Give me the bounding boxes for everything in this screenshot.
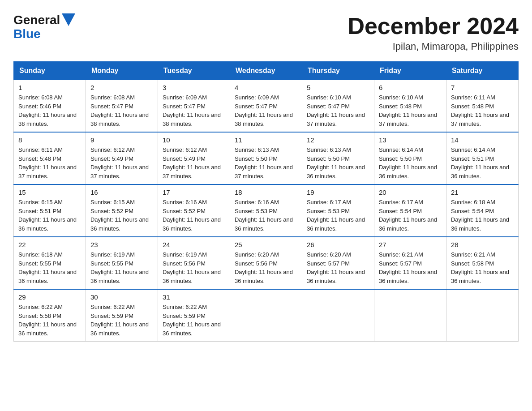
- day-info: Sunrise: 6:14 AM Sunset: 5:50 PM Dayligh…: [379, 146, 442, 180]
- calendar-cell: 31 Sunrise: 6:22 AM Sunset: 5:59 PM Dayl…: [158, 289, 230, 342]
- logo-triangle-icon: [62, 13, 75, 27]
- calendar-cell: 27 Sunrise: 6:21 AM Sunset: 5:57 PM Dayl…: [374, 237, 446, 289]
- calendar-cell: 19 Sunrise: 6:17 AM Sunset: 5:53 PM Dayl…: [302, 184, 374, 237]
- day-number: 6: [379, 84, 442, 91]
- day-info: Sunrise: 6:19 AM Sunset: 5:55 PM Dayligh…: [90, 250, 153, 285]
- day-number: 4: [235, 84, 297, 91]
- calendar-cell: [230, 289, 302, 342]
- calendar-cell: 10 Sunrise: 6:12 AM Sunset: 5:49 PM Dayl…: [158, 132, 230, 184]
- day-info: Sunrise: 6:10 AM Sunset: 5:47 PM Dayligh…: [307, 93, 369, 128]
- day-info: Sunrise: 6:21 AM Sunset: 5:58 PM Dayligh…: [451, 250, 514, 285]
- day-number: 11: [235, 136, 297, 144]
- day-number: 13: [379, 136, 442, 144]
- calendar-week-row: 8 Sunrise: 6:11 AM Sunset: 5:48 PM Dayli…: [14, 132, 519, 184]
- calendar-header-thursday: Thursday: [302, 62, 374, 80]
- page-header: General Blue December 2024 Ipilan, Mimar…: [13, 13, 519, 52]
- day-info: Sunrise: 6:08 AM Sunset: 5:46 PM Dayligh…: [18, 93, 81, 128]
- day-info: Sunrise: 6:09 AM Sunset: 5:47 PM Dayligh…: [235, 93, 297, 128]
- day-number: 9: [90, 136, 153, 144]
- calendar-cell: 20 Sunrise: 6:17 AM Sunset: 5:54 PM Dayl…: [374, 184, 446, 237]
- calendar-cell: 12 Sunrise: 6:13 AM Sunset: 5:50 PM Dayl…: [302, 132, 374, 184]
- calendar-cell: 15 Sunrise: 6:15 AM Sunset: 5:51 PM Dayl…: [14, 184, 86, 237]
- day-number: 23: [90, 241, 153, 248]
- day-info: Sunrise: 6:11 AM Sunset: 5:48 PM Dayligh…: [451, 93, 514, 128]
- calendar-week-row: 1 Sunrise: 6:08 AM Sunset: 5:46 PM Dayli…: [14, 80, 519, 132]
- day-info: Sunrise: 6:13 AM Sunset: 5:50 PM Dayligh…: [235, 146, 297, 180]
- calendar-cell: 2 Sunrise: 6:08 AM Sunset: 5:47 PM Dayli…: [86, 80, 158, 132]
- calendar-header-tuesday: Tuesday: [158, 62, 230, 80]
- day-number: 3: [163, 84, 225, 91]
- calendar-header-monday: Monday: [86, 62, 158, 80]
- day-number: 27: [379, 241, 442, 248]
- logo-general-text: General: [13, 14, 60, 26]
- calendar-cell: 8 Sunrise: 6:11 AM Sunset: 5:48 PM Dayli…: [14, 132, 86, 184]
- day-info: Sunrise: 6:15 AM Sunset: 5:52 PM Dayligh…: [90, 198, 153, 233]
- day-info: Sunrise: 6:09 AM Sunset: 5:47 PM Dayligh…: [163, 93, 225, 128]
- calendar-header-row: SundayMondayTuesdayWednesdayThursdayFrid…: [14, 62, 519, 80]
- day-number: 20: [379, 188, 442, 196]
- day-info: Sunrise: 6:19 AM Sunset: 5:56 PM Dayligh…: [163, 250, 225, 285]
- calendar-cell: 3 Sunrise: 6:09 AM Sunset: 5:47 PM Dayli…: [158, 80, 230, 132]
- day-number: 17: [163, 188, 225, 196]
- calendar-week-row: 22 Sunrise: 6:18 AM Sunset: 5:55 PM Dayl…: [14, 237, 519, 289]
- day-info: Sunrise: 6:11 AM Sunset: 5:48 PM Dayligh…: [18, 146, 81, 180]
- day-number: 5: [307, 84, 369, 91]
- calendar-cell: 6 Sunrise: 6:10 AM Sunset: 5:48 PM Dayli…: [374, 80, 446, 132]
- day-number: 30: [90, 293, 153, 301]
- calendar-cell: 9 Sunrise: 6:12 AM Sunset: 5:49 PM Dayli…: [86, 132, 158, 184]
- day-number: 14: [451, 136, 514, 144]
- calendar-table: SundayMondayTuesdayWednesdayThursdayFrid…: [13, 61, 519, 342]
- logo: General Blue: [13, 13, 75, 41]
- calendar-cell: 14 Sunrise: 6:14 AM Sunset: 5:51 PM Dayl…: [446, 132, 518, 184]
- day-number: 1: [18, 84, 81, 91]
- calendar-cell: 26 Sunrise: 6:20 AM Sunset: 5:57 PM Dayl…: [302, 237, 374, 289]
- day-number: 21: [451, 188, 514, 196]
- calendar-cell: 23 Sunrise: 6:19 AM Sunset: 5:55 PM Dayl…: [86, 237, 158, 289]
- calendar-cell: 16 Sunrise: 6:15 AM Sunset: 5:52 PM Dayl…: [86, 184, 158, 237]
- day-info: Sunrise: 6:12 AM Sunset: 5:49 PM Dayligh…: [90, 146, 153, 180]
- calendar-cell: 7 Sunrise: 6:11 AM Sunset: 5:48 PM Dayli…: [446, 80, 518, 132]
- calendar-cell: 11 Sunrise: 6:13 AM Sunset: 5:50 PM Dayl…: [230, 132, 302, 184]
- day-number: 8: [18, 136, 81, 144]
- day-info: Sunrise: 6:08 AM Sunset: 5:47 PM Dayligh…: [90, 93, 153, 128]
- day-info: Sunrise: 6:22 AM Sunset: 5:58 PM Dayligh…: [18, 303, 81, 338]
- day-number: 15: [18, 188, 81, 196]
- day-info: Sunrise: 6:18 AM Sunset: 5:55 PM Dayligh…: [18, 250, 81, 285]
- day-number: 18: [235, 188, 297, 196]
- calendar-cell: [302, 289, 374, 342]
- day-info: Sunrise: 6:13 AM Sunset: 5:50 PM Dayligh…: [307, 146, 369, 180]
- location: Ipilan, Mimaropa, Philippines: [348, 41, 519, 52]
- day-number: 28: [451, 241, 514, 248]
- calendar-cell: 1 Sunrise: 6:08 AM Sunset: 5:46 PM Dayli…: [14, 80, 86, 132]
- day-info: Sunrise: 6:10 AM Sunset: 5:48 PM Dayligh…: [379, 93, 442, 128]
- calendar-cell: 30 Sunrise: 6:22 AM Sunset: 5:59 PM Dayl…: [86, 289, 158, 342]
- day-info: Sunrise: 6:22 AM Sunset: 5:59 PM Dayligh…: [163, 303, 225, 338]
- day-info: Sunrise: 6:17 AM Sunset: 5:54 PM Dayligh…: [379, 198, 442, 233]
- day-info: Sunrise: 6:18 AM Sunset: 5:54 PM Dayligh…: [451, 198, 514, 233]
- calendar-cell: [374, 289, 446, 342]
- calendar-cell: 29 Sunrise: 6:22 AM Sunset: 5:58 PM Dayl…: [14, 289, 86, 342]
- month-title: December 2024: [348, 13, 519, 39]
- day-info: Sunrise: 6:14 AM Sunset: 5:51 PM Dayligh…: [451, 146, 514, 180]
- day-info: Sunrise: 6:21 AM Sunset: 5:57 PM Dayligh…: [379, 250, 442, 285]
- calendar-cell: 13 Sunrise: 6:14 AM Sunset: 5:50 PM Dayl…: [374, 132, 446, 184]
- logo-blue-text: Blue: [13, 27, 41, 41]
- calendar-cell: 24 Sunrise: 6:19 AM Sunset: 5:56 PM Dayl…: [158, 237, 230, 289]
- day-info: Sunrise: 6:16 AM Sunset: 5:52 PM Dayligh…: [163, 198, 225, 233]
- day-number: 24: [163, 241, 225, 248]
- day-number: 19: [307, 188, 369, 196]
- calendar-cell: 28 Sunrise: 6:21 AM Sunset: 5:58 PM Dayl…: [446, 237, 518, 289]
- day-number: 10: [163, 136, 225, 144]
- calendar-cell: 22 Sunrise: 6:18 AM Sunset: 5:55 PM Dayl…: [14, 237, 86, 289]
- day-info: Sunrise: 6:12 AM Sunset: 5:49 PM Dayligh…: [163, 146, 225, 180]
- calendar-header-friday: Friday: [374, 62, 446, 80]
- day-info: Sunrise: 6:20 AM Sunset: 5:56 PM Dayligh…: [235, 250, 297, 285]
- calendar-cell: 5 Sunrise: 6:10 AM Sunset: 5:47 PM Dayli…: [302, 80, 374, 132]
- day-info: Sunrise: 6:16 AM Sunset: 5:53 PM Dayligh…: [235, 198, 297, 233]
- day-number: 16: [90, 188, 153, 196]
- day-info: Sunrise: 6:17 AM Sunset: 5:53 PM Dayligh…: [307, 198, 369, 233]
- calendar-cell: 4 Sunrise: 6:09 AM Sunset: 5:47 PM Dayli…: [230, 80, 302, 132]
- day-number: 2: [90, 84, 153, 91]
- calendar-header-saturday: Saturday: [446, 62, 518, 80]
- calendar-cell: 21 Sunrise: 6:18 AM Sunset: 5:54 PM Dayl…: [446, 184, 518, 237]
